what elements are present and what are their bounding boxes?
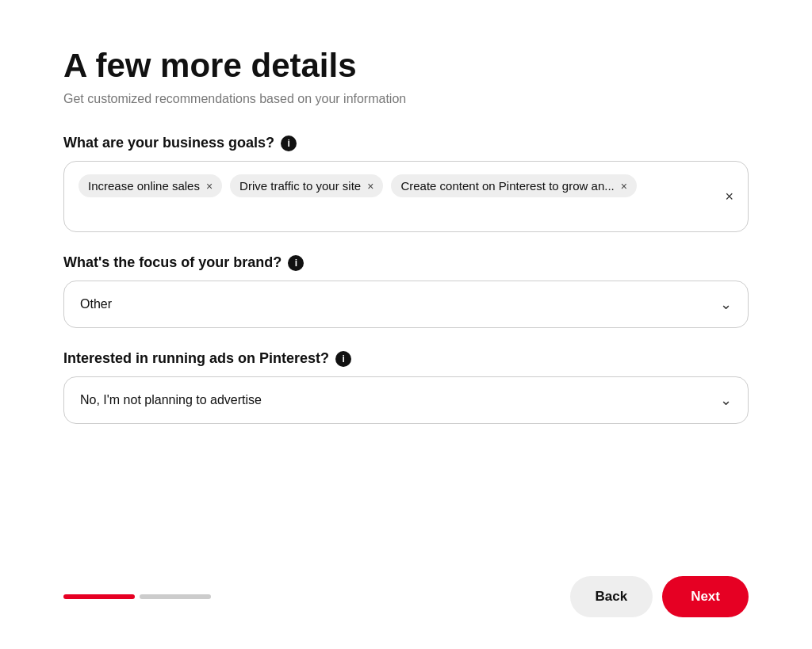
page-title: A few more details: [63, 48, 749, 84]
clear-all-button[interactable]: ×: [725, 189, 733, 204]
tag-text: Create content on Pinterest to grow an..…: [400, 179, 614, 193]
business-goals-info-icon[interactable]: i: [281, 136, 297, 151]
tag-remove-button[interactable]: ×: [367, 181, 373, 192]
back-button[interactable]: Back: [570, 576, 653, 617]
ads-interest-info-icon[interactable]: i: [335, 351, 351, 367]
business-goals-section: What are your business goals? i Increase…: [63, 135, 749, 232]
brand-focus-section: What's the focus of your brand? i Other …: [63, 254, 749, 328]
brand-focus-label: What's the focus of your brand? i: [63, 254, 749, 271]
ads-interest-chevron-icon: ⌄: [720, 391, 732, 409]
brand-focus-selected-value: Other: [80, 297, 112, 311]
page-subtitle: Get customized recommendations based on …: [63, 92, 749, 106]
tag-text: Drive traffic to your site: [239, 179, 361, 193]
brand-focus-info-icon[interactable]: i: [288, 255, 304, 271]
progress-segment-2: [140, 594, 211, 599]
brand-focus-chevron-icon: ⌄: [720, 296, 732, 313]
ads-interest-text: Interested in running ads on Pinterest?: [63, 350, 329, 367]
brand-focus-dropdown[interactable]: Other ⌄: [63, 281, 749, 328]
progress-segment-1: [63, 594, 135, 599]
footer: Back Next: [63, 576, 749, 617]
ads-interest-label: Interested in running ads on Pinterest? …: [63, 350, 749, 367]
tag-create-content: Create content on Pinterest to grow an..…: [391, 174, 637, 197]
tag-text: Increase online sales: [88, 179, 200, 193]
ads-interest-dropdown[interactable]: No, I'm not planning to advertise ⌄: [63, 376, 749, 424]
brand-focus-text: What's the focus of your brand?: [63, 254, 282, 271]
tag-drive-traffic: Drive traffic to your site ×: [230, 174, 383, 197]
tag-remove-button[interactable]: ×: [621, 181, 627, 192]
progress-bar: [63, 594, 211, 599]
next-button[interactable]: Next: [662, 576, 749, 617]
footer-buttons: Back Next: [570, 576, 749, 617]
tag-remove-button[interactable]: ×: [206, 181, 213, 192]
tag-increase-online-sales: Increase online sales ×: [79, 174, 222, 197]
ads-interest-selected-value: No, I'm not planning to advertise: [80, 393, 262, 407]
ads-interest-section: Interested in running ads on Pinterest? …: [63, 350, 749, 424]
business-goals-label: What are your business goals? i: [63, 135, 749, 151]
business-goals-input[interactable]: Increase online sales × Drive traffic to…: [63, 161, 749, 232]
business-goals-text: What are your business goals?: [63, 135, 274, 151]
